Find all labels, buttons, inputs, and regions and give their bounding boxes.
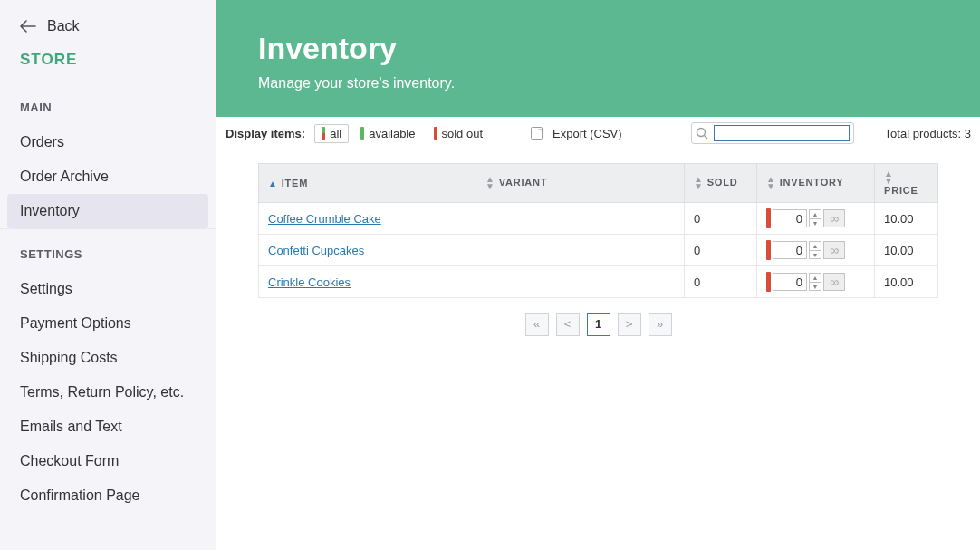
col-header-inventory[interactable]: ▲▼INVENTORY bbox=[757, 164, 875, 203]
variant-cell bbox=[476, 266, 685, 298]
col-sold-label: SOLD bbox=[707, 177, 738, 188]
sold-cell: 0 bbox=[685, 266, 757, 298]
sidebar-item-terms[interactable]: Terms, Return Policy, etc. bbox=[0, 375, 216, 410]
stock-status-icon bbox=[766, 240, 771, 260]
stock-status-icon bbox=[766, 272, 771, 292]
inventory-table-wrap: ▲ITEM ▲▼VARIANT ▲▼SOLD ▲▼INVENTORY ▲▼PRI… bbox=[216, 150, 980, 351]
step-down-icon[interactable]: ▼ bbox=[810, 283, 821, 291]
step-down-icon[interactable]: ▼ bbox=[810, 251, 821, 259]
sort-icon: ▲▼ bbox=[485, 176, 495, 190]
sidebar-item-shipping-costs[interactable]: Shipping Costs bbox=[0, 341, 216, 375]
sold-cell: 0 bbox=[685, 235, 757, 266]
page-subtitle: Manage your store's inventory. bbox=[258, 75, 938, 92]
infinity-button[interactable]: ∞ bbox=[823, 273, 845, 291]
stock-status-icon bbox=[766, 208, 771, 228]
sort-asc-icon: ▲ bbox=[268, 180, 278, 188]
col-variant-label: VARIANT bbox=[499, 177, 548, 188]
quantity-stepper[interactable]: ▲▼ bbox=[809, 209, 821, 227]
sidebar-item-emails[interactable]: Emails and Text bbox=[0, 410, 216, 444]
page-current[interactable]: 1 bbox=[587, 313, 610, 336]
sidebar-item-confirmation-page[interactable]: Confirmation Page bbox=[0, 478, 216, 513]
svg-line-2 bbox=[704, 136, 707, 140]
sidebar-item-inventory[interactable]: Inventory bbox=[7, 194, 208, 228]
main-content: Inventory Manage your store's inventory.… bbox=[216, 0, 980, 550]
quantity-stepper[interactable]: ▲▼ bbox=[809, 273, 821, 291]
col-header-price[interactable]: ▲▼PRICE bbox=[875, 164, 938, 203]
search-icon bbox=[696, 127, 708, 140]
export-label: Export (CSV) bbox=[552, 127, 622, 140]
col-price-label: PRICE bbox=[884, 185, 918, 196]
infinity-button[interactable]: ∞ bbox=[823, 209, 845, 227]
sort-icon: ▲▼ bbox=[766, 176, 776, 190]
display-items-label: Display items: bbox=[226, 127, 305, 140]
section-main: MAIN bbox=[0, 82, 216, 125]
page-next[interactable]: > bbox=[618, 313, 641, 336]
pagination: « < 1 > » bbox=[258, 298, 938, 351]
infinity-button[interactable]: ∞ bbox=[823, 241, 845, 259]
filter-soldout[interactable]: sold out bbox=[428, 125, 490, 142]
price-cell: 10.00 bbox=[875, 235, 938, 266]
filter-soldout-label: sold out bbox=[442, 127, 484, 140]
sold-cell: 0 bbox=[685, 203, 757, 235]
inventory-table: ▲ITEM ▲▼VARIANT ▲▼SOLD ▲▼INVENTORY ▲▼PRI… bbox=[258, 163, 938, 298]
hero: Inventory Manage your store's inventory. bbox=[216, 0, 980, 117]
page-prev[interactable]: < bbox=[556, 313, 580, 336]
sidebar-item-settings[interactable]: Settings bbox=[0, 272, 216, 306]
quantity-stepper[interactable]: ▲▼ bbox=[809, 241, 821, 259]
variant-cell bbox=[476, 203, 685, 235]
section-settings: SETTINGS bbox=[0, 228, 216, 272]
indicator-soldout-icon bbox=[434, 127, 437, 140]
step-up-icon[interactable]: ▲ bbox=[810, 242, 821, 251]
search-input[interactable] bbox=[714, 125, 850, 141]
export-csv-button[interactable]: Export (CSV) bbox=[531, 127, 622, 140]
col-header-item[interactable]: ▲ITEM bbox=[259, 164, 476, 203]
sidebar: Back STORE MAIN Orders Order Archive Inv… bbox=[0, 0, 216, 550]
indicator-all-icon bbox=[322, 127, 325, 140]
page-title: Inventory bbox=[258, 31, 938, 66]
arrow-left-icon bbox=[20, 20, 36, 33]
indicator-available-icon bbox=[360, 127, 364, 140]
filter-available-label: available bbox=[369, 127, 415, 140]
item-link[interactable]: Coffee Crumble Cake bbox=[268, 212, 381, 226]
inventory-input[interactable]: 0 bbox=[773, 241, 807, 259]
col-header-sold[interactable]: ▲▼SOLD bbox=[685, 164, 757, 203]
page-first[interactable]: « bbox=[525, 313, 549, 336]
back-button[interactable]: Back bbox=[0, 9, 216, 51]
svg-rect-0 bbox=[532, 128, 543, 140]
filter-all[interactable]: all bbox=[314, 124, 349, 143]
step-down-icon[interactable]: ▼ bbox=[810, 219, 821, 227]
sidebar-item-checkout-form[interactable]: Checkout Form bbox=[0, 444, 216, 478]
filter-all-label: all bbox=[330, 127, 341, 140]
total-products: Total products: 3 bbox=[885, 127, 971, 140]
price-cell: 10.00 bbox=[875, 203, 938, 235]
item-link[interactable]: Confetti Cupcakes bbox=[268, 244, 364, 257]
export-icon bbox=[531, 127, 545, 140]
col-header-variant[interactable]: ▲▼VARIANT bbox=[476, 164, 685, 203]
sort-icon: ▲▼ bbox=[884, 170, 894, 185]
inventory-input[interactable]: 0 bbox=[773, 273, 807, 291]
search-box bbox=[691, 122, 854, 144]
variant-cell bbox=[476, 235, 685, 266]
item-link[interactable]: Crinkle Cookies bbox=[268, 275, 351, 289]
price-cell: 10.00 bbox=[875, 266, 938, 298]
toolbar: Display items: all available sold out Ex… bbox=[216, 117, 980, 150]
page-last[interactable]: » bbox=[649, 313, 672, 336]
sidebar-item-orders[interactable]: Orders bbox=[0, 125, 216, 159]
back-label: Back bbox=[47, 18, 80, 34]
filter-available[interactable]: available bbox=[354, 125, 421, 142]
table-row: Coffee Crumble Cake00▲▼∞10.00 bbox=[259, 203, 938, 235]
col-inventory-label: INVENTORY bbox=[780, 177, 844, 188]
table-row: Confetti Cupcakes00▲▼∞10.00 bbox=[259, 235, 938, 266]
svg-point-1 bbox=[697, 129, 705, 137]
col-item-label: ITEM bbox=[282, 178, 308, 188]
step-up-icon[interactable]: ▲ bbox=[810, 210, 821, 219]
table-row: Crinkle Cookies00▲▼∞10.00 bbox=[259, 266, 938, 298]
sidebar-item-order-archive[interactable]: Order Archive bbox=[0, 159, 216, 194]
sort-icon: ▲▼ bbox=[694, 176, 704, 190]
store-heading: STORE bbox=[0, 51, 216, 82]
sidebar-item-payment-options[interactable]: Payment Options bbox=[0, 306, 216, 341]
step-up-icon[interactable]: ▲ bbox=[810, 274, 821, 283]
inventory-input[interactable]: 0 bbox=[773, 209, 807, 227]
